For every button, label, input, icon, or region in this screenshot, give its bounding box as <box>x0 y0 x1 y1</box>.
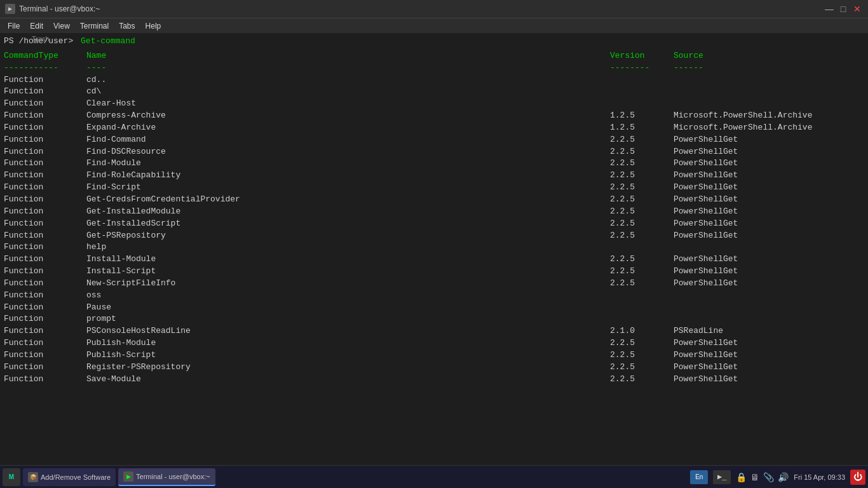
table-row: Functioncd\ <box>4 86 864 98</box>
table-row: FunctionGet-InstalledScript2.2.5PowerShe… <box>4 218 864 230</box>
taskbar: M 📦 Add/Remove Software ▶ Terminal - use… <box>0 465 868 488</box>
tray-lock-icon[interactable]: 🔒 <box>736 472 747 482</box>
cell-name: prompt <box>86 313 610 325</box>
window-title: Terminal - user@vbox:~ <box>19 4 100 13</box>
restore-button[interactable]: □ <box>837 3 849 15</box>
cell-source: Microsoft.PowerShell.Archive <box>674 110 864 122</box>
cell-name: Save-Module <box>86 374 610 386</box>
cell-type: Function <box>4 241 86 254</box>
cell-name: Publish-Script <box>86 349 610 362</box>
taskbar-terminal-button[interactable]: ▶_ <box>713 470 731 484</box>
cell-version: 2.2.5 <box>610 278 674 290</box>
cell-name: oss <box>86 290 610 302</box>
menu-view[interactable]: View <box>48 20 75 32</box>
cell-version: 2.2.5 <box>610 170 674 182</box>
cell-type: Function <box>4 218 86 230</box>
cell-source: PowerShellGet <box>674 206 864 218</box>
cell-type: Function <box>4 74 86 86</box>
terminal-window: ▶ Terminal - user@vbox:~ — □ ✕ File Edit… <box>0 0 868 488</box>
table-row: Functionoss <box>4 290 864 302</box>
cell-version: 2.2.5 <box>610 134 674 146</box>
cell-version: 2.2.5 <box>610 218 674 230</box>
cell-version: 2.2.5 <box>610 254 674 266</box>
terminal-body[interactable]: Trash PS /home/user> Get-command Command… <box>0 33 868 465</box>
cell-type: Function <box>4 266 86 278</box>
cell-name: Expand-Archive <box>86 122 610 134</box>
cell-type: Function <box>4 86 86 98</box>
cell-version: 2.2.5 <box>610 374 674 386</box>
cell-name: New-ScriptFileInfo <box>86 278 610 290</box>
close-button[interactable]: ✕ <box>851 3 863 15</box>
software-app-label: Add/Remove Software <box>41 473 111 481</box>
cell-type: Function <box>4 194 86 206</box>
system-tray: 🔒 🖥 📎 🔊 <box>736 472 789 482</box>
cell-name: help <box>86 241 610 254</box>
cell-type: Function <box>4 254 86 266</box>
cell-type: Function <box>4 290 86 302</box>
cell-name: cd.. <box>86 74 610 86</box>
cell-name: Install-Script <box>86 266 610 278</box>
tray-volume-icon[interactable]: 🔊 <box>778 472 789 482</box>
header-type: CommandType <box>4 50 86 62</box>
cell-name: Clear-Host <box>86 98 610 110</box>
cell-type: Function <box>4 158 86 170</box>
cell-source <box>674 98 864 110</box>
cell-type: Function <box>4 278 86 290</box>
cell-name: Find-Command <box>86 134 610 146</box>
cell-version <box>610 302 674 314</box>
cell-version: 2.2.5 <box>610 266 674 278</box>
minimize-button[interactable]: — <box>824 3 835 15</box>
taskbar-app-terminal[interactable]: ▶ Terminal - user@vbox:~ <box>118 468 215 486</box>
tray-network-icon[interactable]: 📎 <box>763 472 774 482</box>
power-icon: ⏻ <box>853 472 862 482</box>
cell-version: 2.2.5 <box>610 146 674 158</box>
taskbar-app-software[interactable]: 📦 Add/Remove Software <box>23 468 116 486</box>
cell-version: 2.2.5 <box>610 349 674 362</box>
cell-version: 2.2.5 <box>610 182 674 194</box>
cell-source: Microsoft.PowerShell.Archive <box>674 122 864 134</box>
power-button[interactable]: ⏻ <box>850 470 865 485</box>
title-bar-left: ▶ Terminal - user@vbox:~ <box>5 4 100 14</box>
table-row: FunctionFind-Command2.2.5PowerShellGet <box>4 134 864 146</box>
cell-source <box>674 241 864 254</box>
cell-source: PowerShellGet <box>674 362 864 374</box>
tray-display-icon[interactable]: 🖥 <box>750 472 759 482</box>
cell-source <box>674 74 864 86</box>
cell-source: PowerShellGet <box>674 146 864 158</box>
table-row: Functioncd.. <box>4 74 864 86</box>
taskbar-start-button[interactable]: M <box>3 468 20 486</box>
manjaro-logo: M <box>5 471 18 484</box>
prompt-line: PS /home/user> Get-command <box>4 36 864 48</box>
cell-source: PSReadLine <box>674 325 864 337</box>
cell-source: PowerShellGet <box>674 266 864 278</box>
table-row: FunctionClear-Host <box>4 98 864 110</box>
cell-version: 2.2.5 <box>610 230 674 242</box>
menu-terminal[interactable]: Terminal <box>75 20 114 32</box>
menu-help[interactable]: Help <box>140 20 166 32</box>
keyboard-layout-button[interactable]: En <box>690 470 708 484</box>
menu-tabs[interactable]: Tabs <box>114 20 140 32</box>
menu-edit[interactable]: Edit <box>25 20 48 32</box>
cell-source: PowerShellGet <box>674 374 864 386</box>
command-table: CommandType Name Version Source --------… <box>4 50 864 386</box>
divider-type: ----------- <box>4 62 86 74</box>
table-row: FunctionGet-InstalledModule2.2.5PowerShe… <box>4 206 864 218</box>
cell-name: Install-Module <box>86 254 610 266</box>
cell-name: cd\ <box>86 86 610 98</box>
cell-name: Get-CredsFromCredentialProvider <box>86 194 610 206</box>
cell-source: PowerShellGet <box>674 134 864 146</box>
keyboard-layout-label: En <box>695 473 703 480</box>
cell-version: 2.2.5 <box>610 194 674 206</box>
cell-name: Find-RoleCapability <box>86 170 610 182</box>
table-divider: ----------- ---- -------- ------ <box>4 62 864 74</box>
terminal-app-label: Terminal - user@vbox:~ <box>136 473 210 480</box>
cell-source <box>674 302 864 314</box>
cell-source <box>674 290 864 302</box>
menu-bar: File Edit View Terminal Tabs Help <box>0 18 868 33</box>
cell-type: Function <box>4 182 86 194</box>
cell-source <box>674 86 864 98</box>
table-row: FunctionFind-DSCResource2.2.5PowerShellG… <box>4 146 864 158</box>
cell-name: Compress-Archive <box>86 110 610 122</box>
cell-version <box>610 313 674 325</box>
menu-file[interactable]: File <box>3 20 25 32</box>
